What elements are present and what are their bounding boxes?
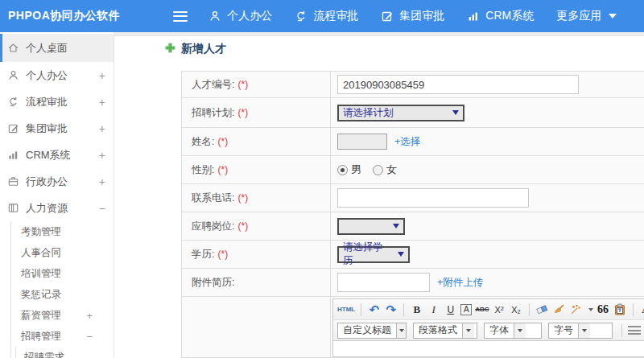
sidebar-item-training[interactable]: 培训管理 [11, 263, 114, 284]
superscript-button[interactable]: X² [493, 302, 506, 318]
expand-icon[interactable]: + [99, 96, 105, 109]
nav-personal-office[interactable]: 个人办公 [208, 9, 272, 23]
nav-label: 集团审批 [399, 9, 444, 23]
gender-male-label: 男 [351, 163, 361, 177]
main-content: 新增人才 人才编号: (*) 招聘计划: (*) 请选择计划 姓名: (*) [114, 32, 644, 358]
sidebar-item-salary[interactable]: 薪资管理 + [11, 305, 114, 326]
font-family-select[interactable]: 字体 [484, 323, 542, 339]
strikethrough-button[interactable]: ABC [475, 302, 489, 318]
sidebar-item-group-approval[interactable]: 集团审批 + [0, 115, 114, 142]
sidebar-item-rewards[interactable]: 奖惩记录 [11, 284, 114, 305]
editor-content-area[interactable] [333, 341, 644, 356]
phone-input[interactable] [337, 188, 529, 208]
sidebar-item-label: 个人办公 [26, 68, 68, 83]
radio-icon[interactable] [373, 165, 383, 175]
sidebar-item-attendance[interactable]: 考勤管理 [11, 221, 114, 242]
nav-group-approval[interactable]: 集团审批 [381, 9, 444, 23]
attachment-upload-link[interactable]: +附件上传 [437, 276, 483, 290]
underline-button[interactable]: U [444, 302, 457, 318]
bar-chart-icon [467, 10, 480, 23]
talent-no-input[interactable] [337, 75, 579, 94]
new-talent-form: 人才编号: (*) 招聘计划: (*) 请选择计划 姓名: (*) +选择 [181, 71, 644, 358]
divider [621, 324, 622, 337]
sidebar-item-desktop[interactable]: 个人桌面 [0, 34, 114, 62]
name-input[interactable] [337, 134, 387, 150]
collapse-icon[interactable]: − [86, 331, 93, 343]
font-color-button[interactable]: A [639, 302, 644, 318]
sidebar-item-hr[interactable]: 人力资源 − [0, 195, 114, 221]
plan-label: 招聘计划: (*) [182, 98, 331, 128]
nav-crm-system[interactable]: CRM系统 [467, 9, 534, 23]
expand-icon[interactable]: + [99, 122, 105, 135]
talent-no-label: 人才编号: (*) [182, 72, 331, 98]
bold-button[interactable]: B [410, 302, 423, 318]
expand-icon[interactable]: + [99, 175, 105, 188]
border-button[interactable]: A [460, 304, 472, 315]
education-label: 学历: (*) [182, 241, 331, 269]
plus-icon [165, 42, 175, 56]
menu-toggle-icon[interactable] [173, 11, 188, 22]
sidebar-item-recruiting[interactable]: 招聘管理 − [11, 326, 114, 347]
sidebar-item-admin-office[interactable]: 行政办公 + [0, 168, 114, 195]
editor-toolbar-row1: HTML ↶ ↷ B I U A ABC X² X₂ [333, 299, 644, 320]
select-arrow-icon [396, 323, 406, 338]
gender-label: 性别: (*) [182, 156, 331, 184]
undo-button[interactable]: ↶ [367, 302, 381, 318]
radio-checked-icon[interactable] [337, 165, 348, 175]
expand-icon[interactable]: + [99, 69, 105, 82]
select-arrow-icon [462, 323, 474, 338]
post-select[interactable] [337, 218, 405, 235]
select-arrow-icon [398, 252, 404, 257]
sidebar-item-crm[interactable]: CRM系统 + [0, 142, 114, 168]
sidebar-item-personal-office[interactable]: 个人办公 + [0, 62, 114, 88]
name-label: 姓名: (*) [182, 128, 331, 156]
redo-button[interactable]: ↷ [384, 302, 398, 318]
paste-icon[interactable] [613, 302, 627, 318]
sidebar-item-recruit-demand[interactable]: 招聘需求 [16, 347, 114, 358]
sidebar-item-label: CRM系统 [26, 148, 71, 163]
expand-icon[interactable]: + [86, 310, 93, 322]
bar-chart-icon [7, 149, 19, 161]
education-select[interactable]: 请选择学历 [337, 246, 410, 263]
paragraph-format-value: 段落格式 [419, 323, 457, 337]
choose-link[interactable]: +选择 [394, 135, 420, 149]
page-title-text: 新增人才 [181, 42, 226, 56]
gender-male-option[interactable]: 男 [337, 163, 361, 177]
sidebar-item-hr-contract[interactable]: 人事合同 [11, 242, 114, 263]
required-marker: (*) [217, 164, 228, 175]
top-bar: PHPOA协同办公软件 个人办公 流程审批 集团审批 CRM系统 [0, 0, 644, 32]
sidebar-item-label: 流程审批 [26, 95, 68, 109]
format-brush-icon[interactable] [552, 302, 566, 318]
dropdown-caret-icon[interactable] [588, 308, 593, 311]
paragraph-format-select[interactable]: 段落格式 [413, 323, 477, 339]
plan-select[interactable]: 请选择计划 [337, 105, 464, 121]
auto-typeset-icon[interactable] [569, 302, 583, 318]
resume-input[interactable] [337, 273, 430, 292]
gender-female-option[interactable]: 女 [373, 163, 397, 177]
home-icon [7, 42, 19, 54]
sidebar-item-label: 人力资源 [26, 201, 68, 216]
html-source-button[interactable]: HTML [337, 302, 355, 318]
select-arrow-icon [452, 110, 459, 115]
italic-button[interactable]: I [427, 302, 440, 318]
required-marker: (*) [217, 249, 228, 260]
eraser-icon[interactable] [535, 302, 549, 318]
collapse-icon[interactable]: − [99, 202, 105, 215]
resume-cell: +附件上传 [331, 269, 644, 297]
nav-more-apps[interactable]: 更多应用 [556, 9, 617, 23]
blockquote-button[interactable]: 66 [597, 302, 610, 318]
custom-title-select[interactable]: 自定义标题 [337, 323, 407, 339]
recruiting-submenu: 招聘需求 [15, 347, 114, 358]
hr-submenu: 考勤管理 人事合同 培训管理 奖惩记录 薪资管理 + 招聘管理 − 招聘需求 [10, 221, 114, 358]
align-left-icon[interactable] [628, 326, 641, 335]
app-logo: PHPOA协同办公软件 [0, 9, 120, 23]
sidebar: 个人桌面 个人办公 + 流程审批 + 集团审批 + CRM系统 + 行政办公 + [0, 32, 114, 358]
expand-icon[interactable]: + [99, 149, 105, 162]
subscript-button[interactable]: X₂ [510, 302, 523, 318]
nav-workflow-approval[interactable]: 流程审批 [295, 9, 358, 23]
phone-cell [331, 184, 644, 212]
sidebar-item-workflow-approval[interactable]: 流程审批 + [0, 88, 114, 115]
font-size-select[interactable]: 字号 [548, 323, 613, 339]
required-marker: (*) [237, 192, 248, 204]
select-arrow-icon [393, 224, 399, 228]
